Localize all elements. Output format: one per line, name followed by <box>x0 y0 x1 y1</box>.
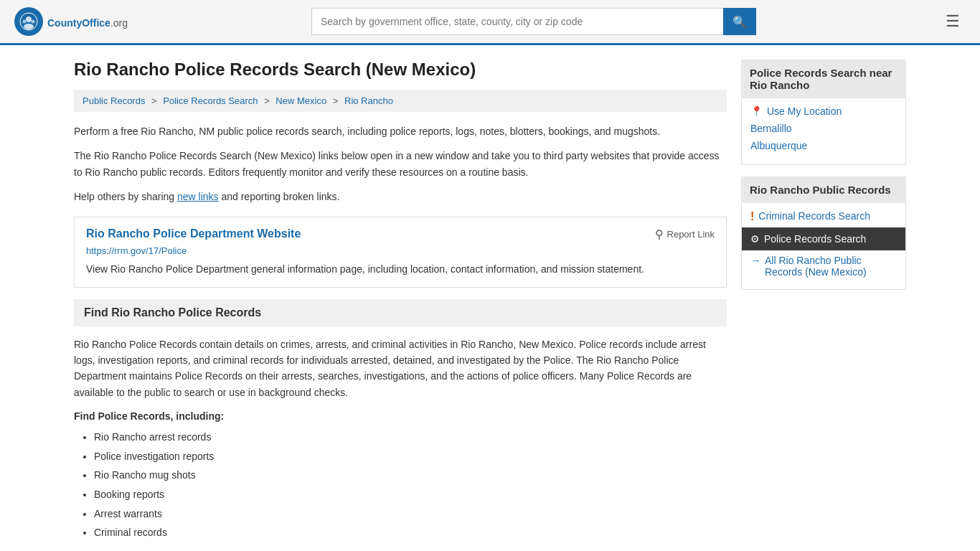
use-my-location-link[interactable]: 📍 Use My Location <box>750 105 897 117</box>
svg-point-2 <box>24 24 34 29</box>
site-header: CountyOffice.org 🔍 ☰ <box>0 0 980 45</box>
report-icon: ⚲ <box>655 227 664 241</box>
breadcrumb-link-public-records[interactable]: Public Records <box>83 95 145 106</box>
breadcrumb-sep-3: > <box>333 95 339 106</box>
desc-para3-suffix: and reporting broken links. <box>219 191 340 202</box>
use-my-location-label: Use My Location <box>767 105 842 117</box>
search-input[interactable] <box>311 8 723 35</box>
logo-area[interactable]: CountyOffice.org <box>14 7 128 36</box>
criminal-records-label: Criminal Records Search <box>758 210 870 222</box>
arrow-icon: → <box>750 255 760 266</box>
list-item: Rio Rancho arrest records <box>94 428 727 447</box>
find-section-para: Rio Rancho Police Records contain detail… <box>74 336 727 401</box>
find-section-heading: Find Rio Rancho Police Records <box>74 299 727 326</box>
gear-icon: ⚙ <box>750 233 760 245</box>
menu-button[interactable]: ☰ <box>940 9 966 34</box>
public-records-box: Rio Rancho Public Records ! Criminal Rec… <box>741 176 906 290</box>
resource-header: Rio Rancho Police Department Website ⚲ R… <box>86 227 715 241</box>
resource-title-link[interactable]: Rio Rancho Police Department Website <box>86 227 301 240</box>
description-para-1: Perform a free Rio Rancho, NM public pol… <box>74 123 727 139</box>
breadcrumb-link-rio-rancho[interactable]: Rio Rancho <box>344 95 393 106</box>
breadcrumb-sep-2: > <box>264 95 270 106</box>
breadcrumb-link-new-mexico[interactable]: New Mexico <box>275 95 326 106</box>
public-records-header: Rio Rancho Public Records <box>741 176 906 203</box>
search-area: 🔍 <box>311 8 756 35</box>
report-link-button[interactable]: ⚲ Report Link <box>655 227 715 241</box>
nearby-link-bernalillo[interactable]: Bernalillo <box>750 123 897 134</box>
find-list-label: Find Police Records, including: <box>74 410 727 422</box>
sidebar-link-criminal-records[interactable]: ! Criminal Records Search <box>750 210 897 223</box>
breadcrumb: Public Records > Police Records Search >… <box>74 90 727 112</box>
list-item: Arrest warrants <box>94 504 727 524</box>
resource-url: https://rrm.gov/17/Police <box>86 245 715 256</box>
resource-card: Rio Rancho Police Department Website ⚲ R… <box>74 217 727 288</box>
svg-point-1 <box>26 17 32 22</box>
nearby-link-albuquerque[interactable]: Albuquerque <box>750 140 897 151</box>
logo-text: CountyOffice.org <box>47 14 128 30</box>
svg-point-4 <box>32 20 35 24</box>
sidebar-link-all-public-records[interactable]: → All Rio Rancho Public Records (New Mex… <box>750 255 897 278</box>
nearby-box: Police Records Search near Rio Rancho 📍 … <box>741 60 906 165</box>
report-link-label: Report Link <box>667 229 715 240</box>
list-item: Police investigation reports <box>94 447 727 466</box>
list-item: Rio Rancho mug shots <box>94 466 727 485</box>
new-links-link[interactable]: new links <box>177 191 219 202</box>
resource-description: View Rio Rancho Police Department genera… <box>86 262 715 277</box>
all-public-records-label: All Rio Rancho Public Records (New Mexic… <box>765 255 897 278</box>
exclamation-icon: ! <box>750 210 754 223</box>
record-list: Rio Rancho arrest records Police investi… <box>74 428 727 542</box>
list-item: Criminal records <box>94 523 727 542</box>
breadcrumb-link-police-records[interactable]: Police Records Search <box>163 95 258 106</box>
nearby-body: 📍 Use My Location Bernalillo Albuquerque <box>741 98 906 165</box>
public-records-body: ! Criminal Records Search ⚙ Police Recor… <box>741 203 906 290</box>
location-icon: 📍 <box>750 105 763 117</box>
description-para-2: The Rio Rancho Police Records Search (Ne… <box>74 148 727 180</box>
sidebar: Police Records Search near Rio Rancho 📍 … <box>741 60 906 542</box>
main-container: Rio Rancho Police Records Search (New Me… <box>60 45 920 551</box>
nearby-header: Police Records Search near Rio Rancho <box>741 60 906 98</box>
logo-icon <box>14 7 43 36</box>
breadcrumb-sep-1: > <box>151 95 157 106</box>
hamburger-icon: ☰ <box>946 12 960 30</box>
list-item: Booking reports <box>94 485 727 504</box>
sidebar-link-police-records-active[interactable]: ⚙ Police Records Search <box>742 227 905 250</box>
content-area: Rio Rancho Police Records Search (New Me… <box>74 60 727 542</box>
search-icon: 🔍 <box>732 16 747 28</box>
page-title: Rio Rancho Police Records Search (New Me… <box>74 60 727 80</box>
svg-point-3 <box>23 20 27 24</box>
desc-para3-prefix: Help others by sharing <box>74 191 177 202</box>
description-para-3: Help others by sharing new links and rep… <box>74 189 727 204</box>
search-button[interactable]: 🔍 <box>723 8 756 35</box>
police-records-label: Police Records Search <box>764 233 866 245</box>
